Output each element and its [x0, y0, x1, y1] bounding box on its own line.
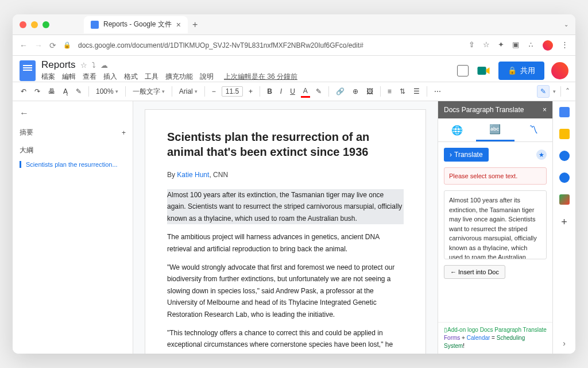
new-tab-button[interactable]: + — [192, 20, 198, 30]
last-edit[interactable]: 上次編輯是在 36 分鐘前 — [224, 72, 297, 82]
comments-icon[interactable] — [457, 65, 469, 76]
bookmark-icon[interactable]: ☆ — [483, 40, 490, 51]
account-avatar[interactable] — [551, 62, 568, 79]
menu-edit[interactable]: 編輯 — [62, 72, 76, 82]
url-field[interactable]: docs.google.com/document/d/1DTlKMUOp_SVJ… — [78, 41, 462, 49]
italic-button[interactable]: I — [278, 86, 284, 97]
maps-icon[interactable] — [559, 194, 570, 205]
back-button[interactable]: ← — [20, 41, 28, 50]
tabs-dropdown-icon[interactable]: ⌄ — [564, 21, 568, 28]
calendar-icon[interactable] — [559, 107, 570, 117]
menu-extensions[interactable]: 擴充功能 — [165, 72, 193, 82]
tasks-icon[interactable] — [559, 151, 570, 161]
keep-icon[interactable] — [559, 129, 570, 139]
addon-close-icon[interactable]: × — [543, 106, 547, 114]
menu-file[interactable]: 檔案 — [41, 72, 55, 82]
move-icon[interactable]: ⤵ — [92, 61, 96, 70]
close-window-button[interactable] — [20, 21, 26, 28]
translate-button[interactable]: › Translate — [444, 148, 489, 162]
translation-textarea[interactable]: Almost 100 years after its extinction, t… — [444, 190, 547, 259]
paint-format-button[interactable]: ✎ — [74, 86, 84, 97]
hide-menus-button[interactable]: ˄ — [566, 87, 570, 96]
maximize-window-button[interactable] — [42, 21, 49, 28]
reload-button[interactable]: ⟳ — [49, 41, 56, 50]
addon-tab-translate[interactable]: 🔤 — [476, 118, 514, 141]
author-link[interactable]: Katie Hunt — [177, 171, 209, 179]
extensions-icon[interactable]: ✦ — [498, 40, 504, 51]
paragraph[interactable]: "We would strongly advocate that first a… — [167, 262, 404, 320]
forward-button[interactable]: → — [34, 41, 42, 50]
docs-logo[interactable] — [20, 60, 36, 81]
addr-actions: ⇧ ☆ ✦ ▣ ⛬ ⋮ — [469, 40, 568, 51]
menu-format[interactable]: 格式 — [124, 72, 138, 82]
line-spacing-button[interactable]: ⇅ — [397, 86, 408, 97]
favorite-icon[interactable]: ★ — [536, 150, 547, 160]
tab-close-icon[interactable]: × — [176, 20, 181, 29]
insert-button[interactable]: ← Insert into Doc — [444, 265, 505, 279]
paragraph-selected[interactable]: Almost 100 years after its extinction, t… — [167, 189, 404, 224]
menu-bar: 檔案 編輯 查看 插入 格式 工具 擴充功能 說明 上次編輯是在 36 分鐘前 — [41, 72, 297, 82]
outline-item[interactable]: Scientists plan the resurrection... — [20, 161, 126, 168]
browser-tab[interactable]: Reports - Google 文件 × — [84, 16, 188, 33]
meet-icon[interactable] — [475, 63, 492, 79]
side-rail: + › — [552, 101, 575, 354]
tab-title: Reports - Google 文件 — [103, 20, 172, 29]
profile-avatar[interactable] — [543, 40, 553, 51]
cloud-icon[interactable]: ☁ — [100, 61, 108, 70]
cast-icon[interactable]: ▣ — [512, 40, 519, 51]
more-button[interactable]: ⋯ — [432, 86, 443, 97]
font-increase[interactable]: + — [246, 86, 255, 97]
docs-header: Reports ☆ ⤵ ☁ 檔案 編輯 查看 插入 格式 工具 擴充功能 說明 … — [13, 56, 575, 82]
edit-mode-caret[interactable]: ▾ — [553, 89, 556, 94]
print-button[interactable]: 🖶 — [46, 86, 57, 97]
font-size[interactable]: 11.5 — [222, 86, 243, 97]
paragraph[interactable]: "This technology offers a chance to corr… — [167, 327, 404, 354]
rail-collapse-icon[interactable]: › — [563, 339, 566, 348]
get-addons-button[interactable]: + — [561, 216, 567, 228]
doc-title[interactable]: Reports — [41, 59, 76, 71]
menu-help[interactable]: 說明 — [200, 72, 214, 82]
doc-heading[interactable]: Scientists plan the resurrection of an a… — [167, 129, 404, 159]
image-button[interactable]: 🖼 — [364, 86, 376, 97]
highlight-button[interactable]: ✎ — [314, 86, 324, 97]
text-color-button[interactable]: A — [301, 86, 310, 98]
list-button[interactable]: ☰ — [411, 86, 422, 97]
paragraph[interactable]: The ambitious project will harness advan… — [167, 231, 404, 255]
star-icon[interactable]: ☆ — [80, 61, 87, 70]
translate-ext-icon[interactable]: ⛬ — [527, 40, 535, 51]
menu-insert[interactable]: 插入 — [103, 72, 117, 82]
footer-link-calendar[interactable]: Calendar — [467, 335, 490, 341]
add-summary-icon[interactable]: + — [122, 129, 126, 137]
byline[interactable]: By Katie Hunt, CNN — [167, 171, 404, 179]
spellcheck-button[interactable]: Ą — [61, 86, 70, 97]
contacts-icon[interactable] — [559, 172, 570, 183]
share-button[interactable]: 🔒 共用 — [498, 62, 544, 80]
menu-tools[interactable]: 工具 — [145, 72, 158, 82]
zoom-dropdown[interactable]: 100% — [94, 86, 121, 97]
footer-link-forms[interactable]: Forms — [444, 335, 460, 341]
main-area: ← 摘要 + 大綱 Scientists plan the resurrecti… — [13, 101, 575, 354]
redo-button[interactable]: ↷ — [32, 86, 42, 97]
toolbar: ↶ ↷ 🖶 Ą ✎ 100% 一般文字 Arial − 11.5 + B I U… — [13, 82, 575, 101]
share-icon[interactable]: ⇧ — [469, 40, 475, 51]
comment-button[interactable]: ⊕ — [350, 86, 361, 97]
edit-mode-button[interactable]: ✎ — [537, 85, 550, 98]
align-button[interactable]: ≡ — [385, 86, 394, 97]
font-dropdown[interactable]: Arial — [177, 86, 200, 97]
minimize-window-button[interactable] — [31, 21, 38, 28]
side-panels: Docs Paragraph Translate × 🌐 🔤 〽 › Trans… — [438, 101, 575, 354]
lock-icon[interactable]: 🔒 — [63, 41, 71, 49]
kebab-menu-icon[interactable]: ⋮ — [561, 40, 568, 51]
address-bar: ← → ⟳ 🔒 docs.google.com/document/d/1DTlK… — [13, 35, 575, 56]
addon-tab-globe[interactable]: 🌐 — [438, 118, 476, 141]
bold-button[interactable]: B — [265, 86, 274, 97]
outline-collapse-icon[interactable]: ← — [20, 108, 126, 118]
addon-tab-settings[interactable]: 〽 — [514, 118, 552, 141]
underline-button[interactable]: U — [288, 86, 297, 97]
document-canvas[interactable]: Scientists plan the resurrection of an a… — [133, 101, 438, 354]
font-decrease[interactable]: − — [210, 86, 218, 97]
style-dropdown[interactable]: 一般文字 — [130, 86, 167, 98]
link-button[interactable]: 🔗 — [334, 86, 347, 97]
undo-button[interactable]: ↶ — [18, 86, 29, 97]
menu-view[interactable]: 查看 — [83, 72, 96, 82]
